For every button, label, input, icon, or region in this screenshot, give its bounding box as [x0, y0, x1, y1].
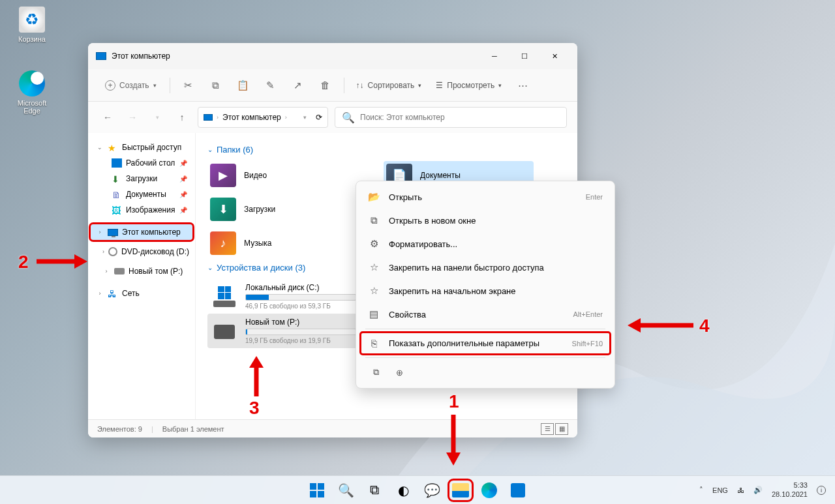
sidebar-pictures[interactable]: 🖼 Изображения 📌 — [91, 202, 192, 218]
chevron-right-icon: › — [96, 229, 104, 235]
download-icon: ⬇ — [112, 174, 122, 183]
ctx-format[interactable]: ⚙ Форматировать... — [360, 232, 611, 256]
svg-marker-7 — [628, 318, 641, 333]
up-button[interactable]: ↑ — [173, 108, 191, 126]
rename-button[interactable]: ✎ — [259, 75, 282, 96]
copy-button[interactable]: ⧉ — [204, 75, 228, 96]
tray-notifications-icon[interactable]: i — [817, 486, 826, 495]
toolbar: + Создать ▾ ✂ ⧉ 📋 ✎ ↗ 🗑 ↑↓ Сортировать ▾… — [88, 69, 577, 102]
view-list-button[interactable]: ☰ — [541, 423, 554, 435]
sidebar-downloads[interactable]: ⬇ Загрузки 📌 — [91, 171, 192, 186]
star-icon: ★ — [108, 143, 118, 152]
chevron-down-icon: ⌄ — [96, 144, 104, 151]
sidebar-network[interactable]: › 🖧 Сеть — [91, 286, 192, 301]
view-grid-button[interactable]: ▦ — [555, 423, 568, 435]
taskbar-edge-button[interactable] — [477, 478, 502, 503]
system-drive-icon — [211, 285, 237, 308]
cut-button[interactable]: ✂ — [177, 75, 200, 96]
arrow-icon — [626, 317, 695, 334]
ctx-pin-quick-access[interactable]: ☆ Закрепить на панели быстрого доступа — [360, 256, 611, 279]
more-button[interactable]: ⋯ — [511, 75, 534, 96]
desktop-icon-recycle-bin[interactable]: Корзина — [9, 7, 55, 43]
selection-count: Выбран 1 элемент — [162, 425, 224, 433]
picture-icon: 🖼 — [112, 205, 122, 215]
search-input[interactable] — [360, 113, 560, 122]
taskbar-chat-button[interactable]: 💬 — [419, 478, 444, 503]
ctx-open[interactable]: 📂 Открыть Enter — [360, 185, 611, 209]
folder-music[interactable]: ♪ Музыка — [207, 229, 357, 258]
refresh-button[interactable]: ⟳ — [316, 113, 322, 122]
callout-3: 3 — [249, 398, 260, 419]
back-button[interactable]: ← — [99, 108, 117, 126]
folder-video[interactable]: ▶ Видео — [207, 161, 357, 190]
this-pc-icon — [204, 114, 213, 121]
sidebar-dvd[interactable]: › DVD-дисковод (D:) — [91, 244, 192, 259]
chevron-down-icon: ⌄ — [207, 264, 213, 271]
tray-volume-icon[interactable]: 🔊 — [753, 486, 763, 494]
format-icon: ⚙ — [368, 238, 380, 250]
folders-header[interactable]: ⌄ Папки (6) — [207, 145, 566, 155]
paste-button[interactable]: 📋 — [232, 75, 255, 96]
sort-icon: ↑↓ — [356, 81, 364, 90]
desktop-icon — [112, 158, 122, 168]
new-button[interactable]: + Создать ▾ — [99, 76, 163, 95]
chevron-down-icon: ▾ — [153, 82, 157, 89]
forward-button[interactable]: → — [123, 108, 142, 126]
pin-icon: 📌 — [179, 175, 187, 183]
titlebar[interactable]: Этот компьютер ─ ☐ ✕ — [88, 43, 577, 69]
folder-downloads[interactable]: ⬇ Загрузки — [207, 195, 357, 224]
taskbar-taskview-button[interactable]: ⧉ — [362, 478, 387, 503]
breadcrumb-chevron-icon: › — [285, 114, 287, 121]
breadcrumb[interactable]: › Этот компьютер › ▾ ⟳ — [198, 107, 328, 128]
this-pc-icon — [96, 52, 106, 60]
breadcrumb-chevron-icon: › — [217, 114, 219, 121]
pin-icon: 📌 — [179, 160, 187, 167]
tray-clock[interactable]: 5:33 28.10.2021 — [772, 481, 808, 498]
ctx-show-more-options[interactable]: ⎘ Показать дополнительные параметры Shif… — [360, 332, 611, 355]
taskbar-search-button[interactable]: 🔍 — [333, 478, 358, 503]
drive-icon — [114, 268, 125, 274]
ctx-new-button[interactable]: ⊕ — [390, 364, 408, 380]
maximize-button[interactable]: ☐ — [509, 46, 539, 67]
sidebar-documents[interactable]: 🗎 Документы 📌 — [91, 186, 192, 202]
taskbar-widgets-button[interactable]: ◐ — [391, 478, 416, 503]
chevron-down-icon[interactable]: ▾ — [303, 114, 307, 121]
desktop-icon-edge[interactable]: Microsoft Edge — [9, 70, 55, 115]
share-button[interactable]: ↗ — [286, 75, 310, 96]
ctx-properties[interactable]: ▤ Свойства Alt+Enter — [360, 303, 611, 326]
pin-icon: ☆ — [368, 261, 380, 273]
taskbar-explorer-button[interactable] — [448, 478, 473, 503]
tray-network-icon[interactable]: 🖧 — [737, 486, 744, 494]
sidebar-quick-access[interactable]: ⌄ ★ Быстрый доступ — [91, 140, 192, 155]
more-options-icon: ⎘ — [368, 338, 380, 349]
properties-icon: ▤ — [368, 308, 380, 320]
callout-1: 1 — [449, 391, 459, 412]
delete-button[interactable]: 🗑 — [314, 75, 337, 96]
minimize-button[interactable]: ─ — [479, 46, 509, 67]
sort-button[interactable]: ↑↓ Сортировать ▾ — [351, 77, 427, 94]
ctx-pin-start[interactable]: ☆ Закрепить на начальном экране — [360, 279, 611, 303]
explorer-icon — [452, 483, 469, 497]
arrow-icon — [445, 413, 462, 466]
tray-language[interactable]: ENG — [712, 486, 728, 494]
plus-icon: + — [105, 80, 115, 91]
chevron-down-icon: ⌄ — [207, 146, 213, 153]
search-box[interactable]: 🔍 — [335, 107, 567, 128]
store-icon — [511, 483, 525, 497]
ctx-copy-button[interactable]: ⧉ — [367, 364, 385, 380]
tray-chevron-icon[interactable]: ˄ — [699, 486, 703, 494]
close-button[interactable]: ✕ — [539, 46, 569, 67]
arrow-icon — [35, 253, 87, 270]
recent-button[interactable]: ▾ — [148, 108, 166, 126]
sidebar-desktop[interactable]: Рабочий стол 📌 — [91, 155, 192, 171]
callout-4: 4 — [699, 316, 710, 336]
start-button[interactable] — [305, 478, 329, 503]
ctx-open-new-window[interactable]: ⧉ Открыть в новом окне — [360, 209, 611, 232]
chevron-right-icon: › — [102, 268, 110, 274]
view-button[interactable]: ☰ Просмотреть ▾ — [431, 77, 507, 94]
svg-marker-1 — [74, 254, 87, 269]
sidebar-this-pc[interactable]: › Этот компьютер — [91, 224, 192, 240]
taskbar-store-button[interactable] — [506, 478, 530, 503]
sidebar-volume[interactable]: › Новый том (P:) — [91, 263, 192, 279]
status-bar: Элементов: 9 | Выбран 1 элемент ☰ ▦ — [88, 419, 577, 437]
